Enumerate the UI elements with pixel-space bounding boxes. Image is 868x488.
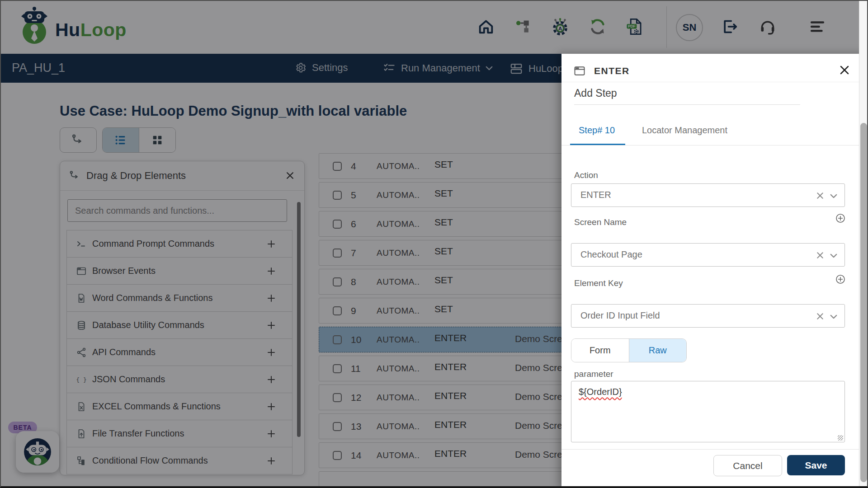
divider: [561, 82, 868, 82]
parameter-label: parameter: [574, 369, 613, 379]
element-key-select[interactable]: Order ID Input Field: [571, 304, 845, 328]
tab-locator-management[interactable]: Locator Management: [642, 125, 727, 136]
tab-step-10[interactable]: Step# 10: [579, 125, 615, 136]
resize-handle[interactable]: [838, 435, 843, 441]
drawer-title: ENTER: [594, 66, 630, 76]
action-select[interactable]: ENTER: [571, 183, 845, 207]
cancel-button[interactable]: Cancel: [713, 455, 782, 476]
raw-mode-button[interactable]: Raw: [629, 339, 687, 362]
parameter-value: ${OrderID}: [579, 387, 622, 397]
save-button[interactable]: Save: [787, 455, 845, 475]
app-window: HuLoop A: [0, 0, 868, 488]
scrollbar-thumb[interactable]: [860, 123, 867, 482]
add-element-icon[interactable]: [835, 274, 846, 285]
chevron-down-icon[interactable]: [830, 194, 837, 198]
element-key-label: Element Key: [574, 278, 623, 288]
tabs-divider: [561, 145, 868, 145]
action-label: Action: [574, 170, 598, 180]
chevron-down-icon[interactable]: [830, 314, 837, 319]
screen-name-label: Screen Name: [574, 217, 627, 227]
close-icon[interactable]: [839, 65, 850, 75]
window-scrollbar[interactable]: [859, 1, 868, 488]
form-mode-button[interactable]: Form: [571, 339, 629, 362]
clear-icon[interactable]: [816, 252, 824, 259]
chevron-down-icon[interactable]: [830, 253, 837, 258]
divider: [574, 104, 800, 105]
drawer-subtitle: Add Step: [574, 87, 617, 99]
parameter-textarea[interactable]: ${OrderID}: [571, 381, 845, 442]
active-tab-underline: [570, 144, 625, 145]
browser-window-icon: [573, 65, 586, 77]
add-screen-icon[interactable]: [835, 213, 846, 224]
form-raw-toggle: Form Raw: [571, 338, 687, 362]
clear-icon[interactable]: [816, 313, 824, 320]
divider: [561, 449, 868, 450]
clear-icon[interactable]: [816, 192, 824, 199]
add-step-drawer: ENTER Add Step Step# 10 Locator Manageme…: [561, 54, 868, 488]
screen-name-select[interactable]: Checkout Page: [571, 243, 845, 267]
